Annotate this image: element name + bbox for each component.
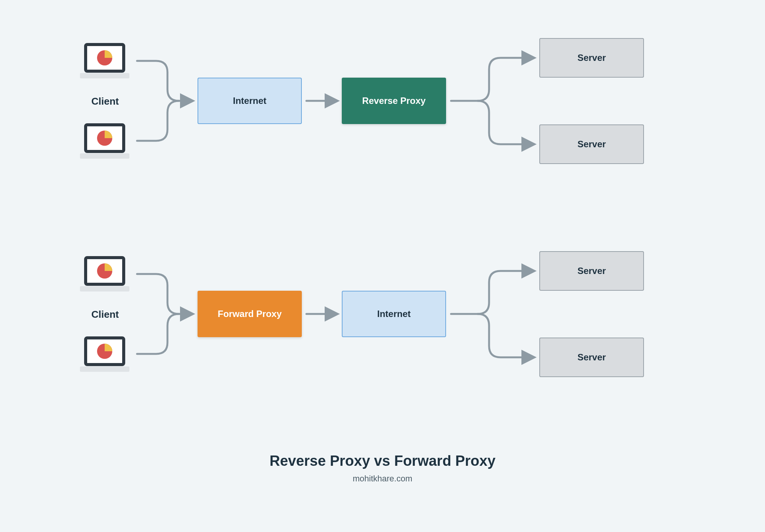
flow-arrows	[0, 0, 765, 532]
diagram-canvas: Client Internet Reverse Proxy Server Ser…	[0, 0, 765, 532]
attribution: mohitkhare.com	[0, 474, 765, 484]
diagram-title: Reverse Proxy vs Forward Proxy	[0, 453, 765, 469]
